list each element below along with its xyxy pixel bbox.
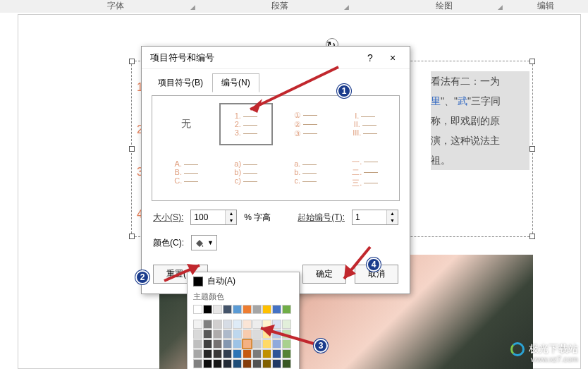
numbering-style-upper-alpha[interactable]: A. B. C. [159,151,214,193]
color-swatch[interactable] [213,320,222,329]
color-dropdown-button[interactable]: ▼ [191,235,217,250]
color-swatch[interactable] [203,359,212,368]
color-swatch[interactable] [252,359,262,368]
size-up[interactable]: ▲ [226,210,236,217]
auto-color-option[interactable]: 自动(A) [188,272,299,290]
numbering-style-upper-roman[interactable]: I. II. III. [338,103,393,145]
color-swatch[interactable] [203,349,212,358]
color-swatch[interactable] [193,339,202,349]
color-swatch[interactable] [272,320,281,329]
color-swatch[interactable] [272,359,281,368]
color-swatch[interactable] [213,339,222,349]
size-label: 大小(S): [153,212,183,224]
color-swatch[interactable] [243,359,252,368]
color-swatch[interactable] [272,329,281,339]
numbering-style-arabic-dot[interactable]: 1. 2. 3. [219,103,274,145]
numbering-style-circled[interactable]: ① ② ③ [278,103,333,145]
resize-handle-w[interactable] [129,146,135,152]
color-swatch[interactable] [243,320,252,329]
start-up[interactable]: ▲ [387,210,398,217]
start-input[interactable] [353,210,386,224]
color-swatch[interactable] [243,329,252,339]
tab-bullets[interactable]: 项目符号(B) [149,73,212,92]
color-swatch[interactable] [203,339,212,349]
size-input[interactable] [191,210,225,224]
color-swatch[interactable] [223,305,232,314]
color-swatch[interactable] [193,359,202,368]
color-swatch[interactable] [252,349,262,358]
tab-numbering[interactable]: 编号(N) [212,73,259,92]
color-swatch[interactable] [262,349,271,358]
auto-color-swatch [193,277,203,286]
color-swatch[interactable] [282,359,291,368]
color-swatch[interactable] [233,359,242,368]
color-swatch[interactable] [213,349,222,358]
dialog-launcher-icon[interactable]: ◢ [498,4,503,9]
resize-handle-e[interactable] [529,146,535,152]
color-swatch[interactable] [193,305,202,314]
ribbon-bottom: 字体 段落 绘图 编辑 ◢ ◢ ◢ [0,0,588,13]
color-swatch[interactable] [223,320,232,329]
resize-handle-nw[interactable] [129,59,135,64]
color-swatch[interactable] [282,320,291,329]
color-swatch[interactable] [282,329,291,339]
color-swatch[interactable] [193,329,202,339]
color-swatch[interactable] [213,329,222,339]
chevron-down-icon: ▼ [207,239,214,246]
color-swatch[interactable] [223,339,232,349]
resize-handle-ne[interactable] [529,59,535,64]
color-swatch[interactable] [223,329,232,339]
color-swatch[interactable] [213,305,222,314]
color-swatch[interactable] [262,329,271,339]
color-swatch[interactable] [203,320,212,329]
start-spinner[interactable]: ▲▼ [352,210,398,225]
dialog-launcher-icon[interactable]: ◢ [344,4,350,9]
color-swatch[interactable] [193,320,202,329]
color-swatch[interactable] [252,305,262,314]
color-swatch[interactable] [282,305,291,314]
color-swatch[interactable] [282,349,291,358]
ribbon-group-drawing: 绘图 [436,0,453,12]
size-spinner[interactable]: ▲▼ [190,210,237,225]
color-swatch[interactable] [252,339,262,349]
color-swatch[interactable] [252,329,262,339]
color-swatch[interactable] [223,349,232,358]
color-swatch[interactable] [203,305,212,314]
color-swatch[interactable] [223,359,232,368]
numbering-style-none[interactable]: 无 [159,103,214,145]
color-swatch[interactable] [233,329,242,339]
color-swatch[interactable] [252,320,262,329]
color-swatch[interactable] [272,339,281,349]
help-button[interactable]: ? [359,52,381,63]
color-swatch[interactable] [282,339,291,349]
color-swatch[interactable] [203,329,212,339]
numbering-style-lower-alpha-paren[interactable]: a) b) c) [219,151,274,193]
color-swatch[interactable] [233,320,242,329]
ok-button[interactable]: 确定 [302,265,346,284]
color-swatch[interactable] [262,339,271,349]
numbering-style-lower-alpha-dot[interactable]: a. b. c. [278,151,333,193]
dialog-titlebar[interactable]: 项目符号和编号 ? × [142,47,410,69]
resize-handle-se[interactable] [529,234,535,239]
dialog-launcher-icon[interactable]: ◢ [190,4,196,9]
color-swatch[interactable] [272,305,281,314]
color-swatch[interactable] [243,339,252,349]
color-swatch[interactable] [262,359,271,368]
annotation-badge-2: 2 [135,270,149,284]
color-swatch[interactable] [213,359,222,368]
color-swatch[interactable] [243,349,252,358]
size-down[interactable]: ▼ [226,217,236,224]
close-button[interactable]: × [381,52,404,63]
color-swatch[interactable] [233,339,242,349]
color-swatch[interactable] [272,349,281,358]
color-swatch[interactable] [243,305,252,314]
ribbon-group-editing: 编辑 [537,0,554,12]
color-swatch[interactable] [262,305,271,314]
color-swatch[interactable] [262,320,271,329]
numbering-style-chinese[interactable]: 一. 二. 三. [338,151,393,193]
start-down[interactable]: ▼ [387,217,398,224]
resize-handle-sw[interactable] [129,234,135,239]
color-swatch[interactable] [233,305,242,314]
color-swatch[interactable] [233,349,242,358]
color-swatch[interactable] [193,349,202,358]
